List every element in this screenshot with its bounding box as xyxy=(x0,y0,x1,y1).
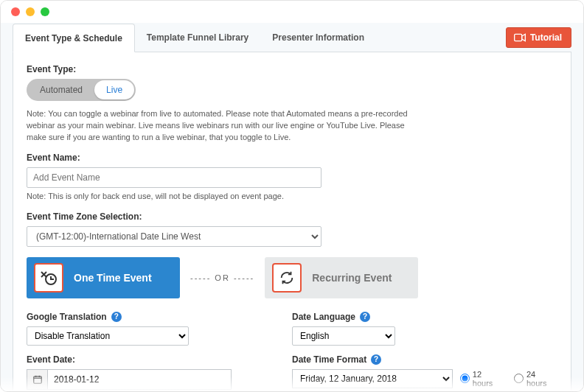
main-content: Event Type & Schedule Template Funnel Li… xyxy=(1,23,583,391)
window-titlebar xyxy=(1,1,583,23)
help-icon[interactable]: ? xyxy=(360,312,370,322)
event-name-label: Event Name: xyxy=(27,153,557,163)
hour-format-radios: 12 hours 24 hours xyxy=(460,370,557,388)
recurring-event-button[interactable]: Recurring Event xyxy=(265,257,418,298)
event-type-toggle: Automated Live xyxy=(27,79,136,101)
event-name-section: Event Name: Note: This is only for back … xyxy=(27,153,557,203)
tab-event-type-schedule[interactable]: Event Type & Schedule xyxy=(13,24,135,52)
date-time-format-select[interactable]: Friday, 12 January, 2018 xyxy=(292,369,453,388)
google-translation-label: Google Translation ? xyxy=(27,312,248,322)
event-type-note: Note: You can toggle a webinar from live… xyxy=(27,108,410,144)
timezone-section: Event Time Zone Selection: (GMT-12:00)-I… xyxy=(27,211,557,247)
radio-12-label: 12 hours xyxy=(473,370,504,388)
toggle-live[interactable]: Live xyxy=(94,80,134,99)
date-time-format-row: Friday, 12 January, 2018 12 hours 24 hou… xyxy=(292,369,557,388)
or-separator: ----- OR ----- xyxy=(190,273,254,282)
google-translation-section: Google Translation ? Disable Translation xyxy=(27,312,248,346)
tab-presenter-information[interactable]: Presenter Information xyxy=(260,23,376,52)
tab-bar: Event Type & Schedule Template Funnel Li… xyxy=(13,23,571,52)
svg-rect-0 xyxy=(515,34,522,41)
help-icon[interactable]: ? xyxy=(371,354,381,365)
date-time-format-label: Date Time Format ? xyxy=(292,354,557,365)
event-date-section: Event Date: xyxy=(27,354,248,390)
tutorial-label: Tutorial xyxy=(530,32,562,43)
radio-24-label: 24 hours xyxy=(526,370,557,388)
google-translation-select[interactable]: Disable Translation xyxy=(27,326,189,346)
right-column: Date Language ? English Date Time Format… xyxy=(292,312,557,391)
lower-columns: Google Translation ? Disable Translation… xyxy=(27,312,557,391)
refresh-icon xyxy=(279,270,295,286)
calendar-svg-icon xyxy=(32,374,43,385)
clock-slash-icon xyxy=(40,269,58,287)
app-window: Event Type & Schedule Template Funnel Li… xyxy=(0,0,584,392)
event-date-input[interactable] xyxy=(47,369,232,390)
form-panel: Event Type: Automated Live Note: You can… xyxy=(13,52,571,391)
date-language-label: Date Language ? xyxy=(292,312,557,322)
toggle-automated[interactable]: Automated xyxy=(28,80,94,99)
event-date-label: Event Date: xyxy=(27,354,248,365)
timezone-select[interactable]: (GMT-12:00)-International Date Line West xyxy=(27,226,321,247)
event-date-row xyxy=(27,369,248,390)
help-icon[interactable]: ? xyxy=(111,312,122,322)
event-kind-row: One Time Event ----- OR ----- Recurring … xyxy=(27,257,557,298)
tutorial-button[interactable]: Tutorial xyxy=(506,27,571,48)
google-translation-text: Google Translation xyxy=(27,312,107,322)
left-column: Google Translation ? Disable Translation… xyxy=(27,312,248,391)
timezone-label: Event Time Zone Selection: xyxy=(27,211,557,222)
maximize-window-dot[interactable] xyxy=(41,7,49,16)
calendar-icon[interactable] xyxy=(27,369,47,390)
date-time-format-text: Date Time Format xyxy=(292,354,366,365)
one-time-event-label: One Time Event xyxy=(74,272,152,284)
one-time-event-button[interactable]: One Time Event xyxy=(27,257,180,298)
svg-rect-2 xyxy=(33,377,41,383)
event-name-input[interactable] xyxy=(27,167,321,188)
recurring-event-label: Recurring Event xyxy=(312,272,392,284)
close-window-dot[interactable] xyxy=(11,7,20,16)
date-language-text: Date Language xyxy=(292,312,355,322)
date-language-section: Date Language ? English xyxy=(292,312,557,346)
event-type-section: Event Type: Automated Live Note: You can… xyxy=(27,64,557,144)
tab-template-funnel-library[interactable]: Template Funnel Library xyxy=(135,23,260,52)
camera-icon xyxy=(514,33,526,42)
minimize-window-dot[interactable] xyxy=(26,7,35,16)
date-language-select[interactable]: English xyxy=(292,326,395,346)
event-name-note: Note: This is only for back end use, wil… xyxy=(27,191,410,203)
recurring-icon-slot xyxy=(272,263,302,293)
event-type-label: Event Type: xyxy=(27,64,557,74)
radio-24-hours[interactable]: 24 hours xyxy=(514,370,557,388)
radio-12-hours[interactable]: 12 hours xyxy=(460,370,504,388)
one-time-icon-slot xyxy=(34,263,63,293)
date-time-format-section: Date Time Format ? Friday, 12 January, 2… xyxy=(292,354,557,388)
